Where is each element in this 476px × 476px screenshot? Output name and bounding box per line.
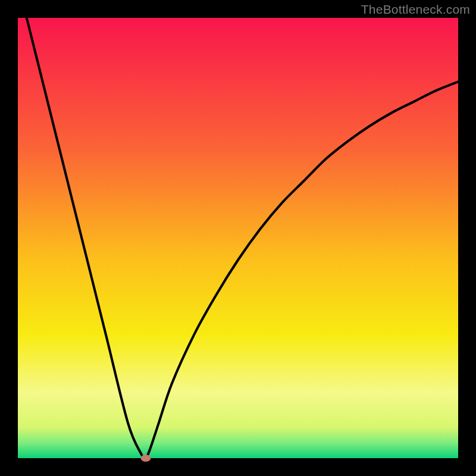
plot-area [18,18,458,458]
watermark-text: TheBottleneck.com [361,2,470,17]
chart-frame: TheBottleneck.com [0,0,476,476]
background-gradient [18,18,458,458]
optimal-point-marker [140,455,151,462]
svg-rect-0 [18,18,458,458]
